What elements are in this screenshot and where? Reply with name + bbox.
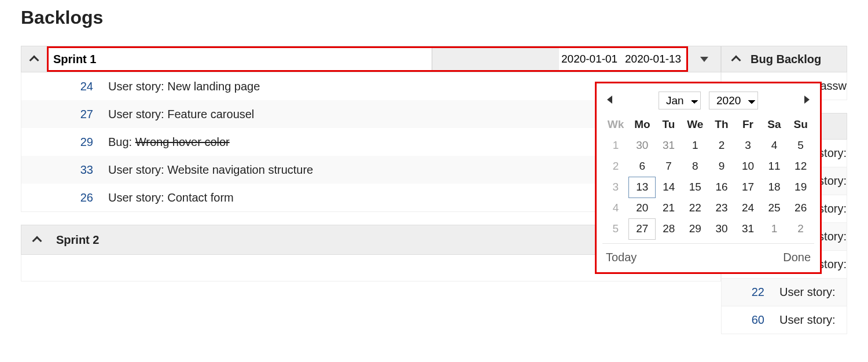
item-id[interactable]: 22	[722, 286, 779, 299]
datepicker: Jan 2020 WkMoTuWeThFrSaSu 13031123452678…	[595, 82, 822, 274]
calendar-grid: WkMoTuWeThFrSaSu 13031123452678910111231…	[602, 114, 814, 240]
item-label: User story:	[779, 313, 836, 327]
calendar-day[interactable]: 19	[788, 177, 814, 198]
sprint2-name: Sprint 2	[53, 233, 99, 247]
calendar-day[interactable]: 26	[788, 198, 814, 218]
calendar-day[interactable]: 30	[708, 218, 735, 239]
sprint1-edit-frame	[47, 46, 688, 72]
bug-backlog-header[interactable]: Bug Backlog	[721, 46, 847, 72]
calendar-header-day: Fr	[735, 114, 761, 135]
calendar-day[interactable]: 31	[735, 218, 761, 239]
calendar-day[interactable]: 6	[629, 156, 656, 177]
calendar-header-day: Th	[708, 114, 735, 135]
sprint-end-date-input[interactable]	[623, 48, 686, 70]
calendar-day[interactable]: 17	[735, 177, 761, 198]
calendar-day[interactable]: 25	[761, 198, 788, 218]
calendar-day[interactable]: 23	[708, 198, 735, 218]
chevron-up-icon	[30, 56, 39, 65]
calendar-header-day: Mo	[629, 114, 656, 135]
datepicker-done-button[interactable]: Done	[783, 251, 811, 264]
item-id[interactable]: 60	[722, 313, 779, 327]
calendar-header-day: Sa	[761, 114, 788, 135]
calendar-day[interactable]: 7	[656, 156, 682, 177]
item-label: User story: Feature carousel	[108, 108, 254, 121]
calendar-day[interactable]: 4	[761, 135, 788, 156]
item-label: User story: New landing page	[108, 80, 260, 93]
calendar-day[interactable]: 27	[629, 218, 656, 239]
triangle-right-icon	[804, 96, 810, 104]
calendar-day[interactable]: 8	[682, 156, 708, 177]
calendar-day[interactable]: 11	[761, 156, 788, 177]
calendar-day[interactable]: 14	[656, 177, 682, 198]
chevron-up-icon	[731, 56, 741, 65]
calendar-day[interactable]: 24	[735, 198, 761, 218]
calendar-week-number: 1	[602, 135, 629, 156]
calendar-header-day: We	[682, 114, 708, 135]
calendar-day[interactable]: 16	[708, 177, 735, 198]
calendar-day[interactable]: 10	[735, 156, 761, 177]
calendar-week-number: 2	[602, 156, 629, 177]
calendar-header-day: Su	[788, 114, 814, 135]
datepicker-today-button[interactable]: Today	[606, 251, 637, 264]
calendar-day[interactable]: 18	[761, 177, 788, 198]
sprint2-expand[interactable]	[21, 235, 53, 244]
item-id[interactable]: 26	[56, 191, 108, 204]
datepicker-prev[interactable]	[604, 93, 616, 108]
calendar-header-day: Tu	[656, 114, 682, 135]
calendar-day[interactable]: 12	[788, 156, 814, 177]
calendar-day[interactable]: 29	[682, 218, 708, 239]
datepicker-month-select[interactable]: Jan	[659, 92, 701, 109]
calendar-week-number: 4	[602, 198, 629, 218]
sprint1-expand[interactable]	[21, 46, 47, 72]
calendar-week-number: 3	[602, 177, 629, 198]
calendar-day[interactable]: 2	[708, 135, 735, 156]
item-id[interactable]: 33	[56, 163, 108, 177]
calendar-week-number: 5	[602, 218, 629, 239]
item-id[interactable]: 24	[56, 80, 108, 93]
calendar-day[interactable]: 2	[788, 218, 814, 239]
page-title: Backlogs	[21, 7, 847, 28]
calendar-header-wk: Wk	[602, 114, 629, 135]
sprint1-menu[interactable]	[688, 46, 720, 72]
calendar-day[interactable]: 1	[761, 218, 788, 239]
calendar-day[interactable]: 15	[682, 177, 708, 198]
list-item[interactable]: 60 User story:	[721, 306, 847, 334]
item-label: User story:	[779, 286, 836, 299]
chevron-up-icon	[32, 236, 42, 246]
item-label: User story: Website navigation structure	[108, 163, 313, 177]
list-item[interactable]: 22 User story:	[721, 279, 847, 306]
calendar-day[interactable]: 5	[788, 135, 814, 156]
datepicker-year-select[interactable]: 2020	[709, 92, 758, 109]
item-id[interactable]: 27	[56, 108, 108, 121]
calendar-day[interactable]: 31	[656, 135, 682, 156]
calendar-day[interactable]: 22	[682, 198, 708, 218]
caret-down-icon	[700, 57, 708, 62]
calendar-day[interactable]: 1	[682, 135, 708, 156]
calendar-day[interactable]: 21	[656, 198, 682, 218]
datepicker-next[interactable]	[801, 93, 813, 108]
item-id[interactable]: 29	[56, 136, 108, 149]
sprint-start-date-input[interactable]	[559, 48, 623, 70]
bug-backlog-title: Bug Backlog	[751, 53, 821, 66]
item-label: Bug: Wrong hover color	[108, 136, 230, 149]
calendar-day[interactable]: 3	[735, 135, 761, 156]
item-label: User story: Contact form	[108, 191, 234, 204]
sprint-name-input[interactable]	[49, 48, 432, 70]
calendar-day[interactable]: 9	[708, 156, 735, 177]
calendar-day[interactable]: 28	[656, 218, 682, 239]
sprint1-header	[21, 46, 721, 72]
calendar-day[interactable]: 13	[629, 177, 656, 198]
calendar-day[interactable]: 30	[629, 135, 656, 156]
triangle-left-icon	[607, 96, 612, 104]
calendar-day[interactable]: 20	[629, 198, 656, 218]
